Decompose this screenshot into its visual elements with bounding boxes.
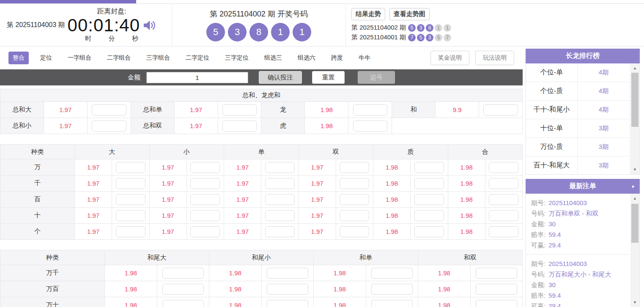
bet-input[interactable]	[92, 121, 126, 132]
bet-input[interactable]	[414, 162, 444, 173]
order-line: 可赢:29.4	[531, 240, 630, 250]
scroll-up-icon[interactable]: ▲	[630, 66, 639, 70]
play-help-button[interactable]: 玩法说明	[475, 51, 514, 65]
bet-input[interactable]	[265, 210, 295, 221]
tab-牛牛[interactable]: 牛牛	[354, 52, 375, 64]
bet-input[interactable]	[340, 194, 369, 205]
result-trend-button[interactable]: 结果走势	[351, 8, 385, 20]
bet-input[interactable]	[414, 210, 444, 221]
bet-input[interactable]	[476, 300, 517, 307]
bet-input[interactable]	[489, 194, 518, 205]
bet-input[interactable]	[162, 300, 204, 307]
confirm-bet-button[interactable]: 确认投注	[259, 71, 302, 84]
tab-整合[interactable]: 整合	[8, 52, 29, 64]
bet-input[interactable]	[267, 300, 308, 307]
orders-scroll-thumb[interactable]	[631, 204, 639, 243]
tab-跨度[interactable]: 跨度	[327, 52, 347, 64]
prize-help-button[interactable]: 奖金说明	[430, 51, 469, 65]
tab-定位[interactable]: 定位	[36, 52, 56, 64]
bet-input[interactable]	[340, 226, 369, 237]
view-trend-chart-button[interactable]: 查看走势图	[389, 8, 430, 20]
column-header: 种类	[0, 145, 75, 159]
order-field-value: 29.4	[548, 302, 561, 307]
bet-input[interactable]	[116, 210, 145, 221]
bet-input[interactable]	[92, 104, 126, 115]
bet-input-cell	[336, 192, 373, 208]
bet-input[interactable]	[371, 268, 413, 279]
bet-input[interactable]	[371, 300, 413, 307]
bet-input[interactable]	[414, 226, 444, 237]
bet-input-cell	[485, 224, 523, 240]
bet-input[interactable]	[483, 104, 518, 115]
order-line: 号码:万百和单双 - 和双	[531, 208, 630, 219]
bet-input[interactable]	[222, 121, 257, 132]
bet-input[interactable]	[476, 284, 517, 295]
odds-value: 1.97	[75, 159, 112, 175]
scroll-down-icon[interactable]: ▼	[630, 167, 639, 172]
bet-input[interactable]	[190, 178, 220, 189]
bet-input[interactable]	[267, 284, 308, 295]
bet-input[interactable]	[489, 226, 518, 237]
bet-input-cell	[348, 118, 392, 134]
odds-value: 1.97	[299, 159, 336, 175]
bet-input[interactable]	[265, 194, 295, 205]
bet-input[interactable]	[489, 210, 518, 221]
bet-input[interactable]	[162, 268, 204, 279]
tab-组选六[interactable]: 组选六	[293, 52, 320, 64]
ranking-scrollbar[interactable]: ▲ ▼	[630, 63, 639, 174]
history-ball: 5	[417, 34, 425, 41]
tab-二字定位[interactable]: 二字定位	[181, 52, 214, 64]
ranking-scroll-thumb[interactable]	[631, 73, 639, 127]
bet-input[interactable]	[340, 210, 369, 221]
bet-input[interactable]	[190, 226, 220, 237]
tab-三字定位[interactable]: 三字定位	[221, 52, 253, 64]
bet-input[interactable]	[116, 194, 145, 205]
bet-input[interactable]	[190, 194, 220, 205]
reset-button[interactable]: 重置	[312, 71, 345, 84]
bet-type-label: 总和小	[0, 118, 44, 134]
tab-组选三[interactable]: 组选三	[260, 52, 286, 64]
order-field-label: 金额:	[531, 281, 545, 288]
bet-input[interactable]	[116, 178, 145, 189]
amount-input[interactable]	[146, 72, 248, 83]
bet-input[interactable]	[162, 284, 204, 295]
odds-value: 1.98	[314, 265, 366, 281]
odds-value: 1.97	[75, 175, 112, 192]
bet-input[interactable]	[353, 104, 388, 115]
bet-input[interactable]	[340, 162, 369, 173]
history-ball: 7	[444, 34, 451, 41]
bet-input[interactable]	[265, 178, 295, 189]
tab-一字组合[interactable]: 一字组合	[63, 52, 96, 64]
tab-二字组合[interactable]: 二字组合	[103, 52, 135, 64]
scroll-down-icon[interactable]: ▼	[630, 300, 639, 304]
bet-input[interactable]	[489, 178, 518, 189]
bet-input[interactable]	[353, 121, 388, 132]
order-entries: 期号:20251104003号码:万百和单双 - 和双金额:30赔率:59.4可…	[526, 194, 630, 307]
tab-三字组合[interactable]: 三字组合	[142, 52, 174, 64]
bet-type-label: 总和单	[131, 102, 175, 118]
chase-number-button[interactable]: 追号	[358, 71, 395, 84]
bet-input[interactable]	[265, 162, 295, 173]
orders-scrollbar[interactable]: ▲ ▼	[630, 194, 639, 307]
bet-input[interactable]	[265, 226, 295, 237]
scroll-up-icon[interactable]: ▲	[630, 196, 639, 200]
order-line: 可赢:29.4	[531, 301, 630, 307]
bet-input[interactable]	[340, 178, 369, 189]
odds-value: 1.97	[150, 159, 187, 175]
bet-input[interactable]	[116, 162, 145, 173]
bet-input[interactable]	[414, 194, 444, 205]
bet-input[interactable]	[222, 104, 257, 115]
bet-input[interactable]	[489, 162, 518, 173]
bet-input[interactable]	[190, 210, 220, 221]
bet-input[interactable]	[371, 284, 413, 295]
bet-input[interactable]	[414, 178, 444, 189]
speaker-icon[interactable]	[143, 19, 156, 32]
bet-input[interactable]	[267, 268, 308, 279]
bet-input[interactable]	[190, 162, 220, 173]
history-ball: 1	[444, 24, 451, 32]
caret-down-icon[interactable]: ▼	[631, 184, 635, 189]
odds-value: 1.98	[418, 297, 471, 307]
odds-value: 1.97	[224, 192, 261, 208]
bet-input[interactable]	[476, 268, 517, 279]
bet-input[interactable]	[116, 226, 145, 237]
